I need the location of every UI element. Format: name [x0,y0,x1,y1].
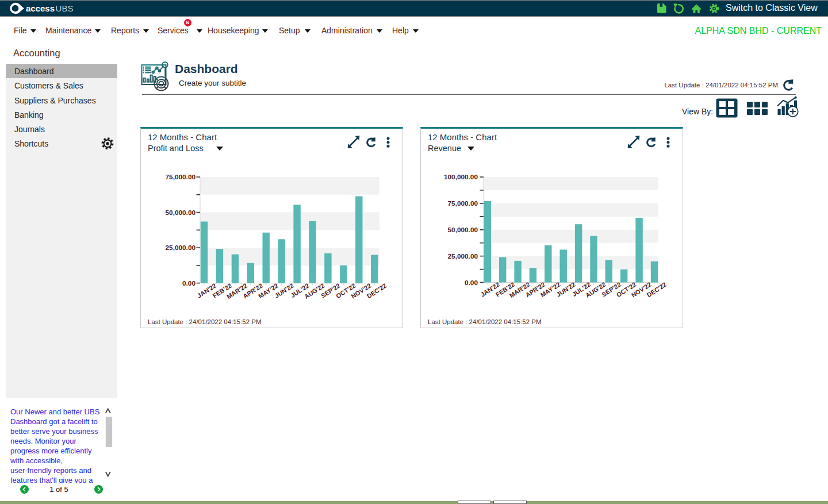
svg-text:75,000.00: 75,000.00 [448,199,478,207]
svg-text:50,000.00: 50,000.00 [166,209,196,217]
svg-text:75,000.00: 75,000.00 [166,173,196,181]
svg-text:100,000.00: 100,000.00 [444,173,478,181]
svg-text:50,000.00: 50,000.00 [448,226,478,234]
svg-text:0.00: 0.00 [182,279,195,287]
svg-text:25,000.00: 25,000.00 [448,252,478,260]
svg-text:0.00: 0.00 [465,279,478,287]
svg-text:25,000.00: 25,000.00 [166,244,196,252]
